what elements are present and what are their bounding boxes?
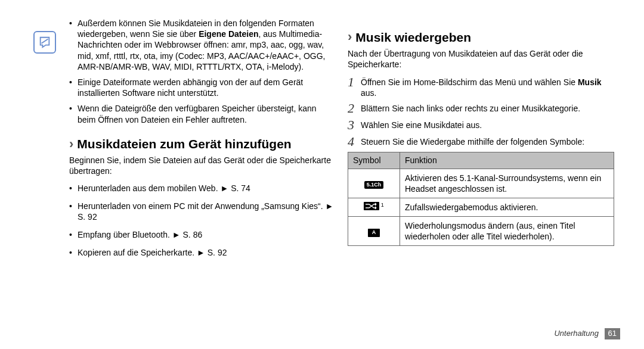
note-item: Wenn die Dateigröße den verfügbaren Spei…: [69, 103, 336, 124]
table-row: 5.1Ch Aktivieren des 5.1-Kanal-Surrounds…: [348, 169, 614, 198]
th-function: Funktion: [400, 152, 614, 169]
repeat-icon: A: [368, 229, 380, 237]
text: aus.: [361, 88, 376, 98]
section-title: Musikdateien zum Gerät hinzufügen: [77, 136, 291, 152]
step-text: Wählen Sie eine Musikdatei aus.: [361, 119, 614, 132]
step-number: 1: [348, 76, 361, 98]
step-text: Blättern Sie nach links oder rechts zu e…: [361, 102, 614, 115]
page-number: 61: [605, 328, 620, 339]
shuffle-icon: [364, 202, 379, 210]
cell-text: Wiederholungsmodus ändern (aus, einen Ti…: [400, 217, 614, 246]
step: 3 Wählen Sie eine Musikdatei aus.: [348, 119, 614, 132]
text: Öffnen Sie im Home-Bildschirm das Menü u…: [361, 77, 578, 87]
symbol-table: Symbol Funktion 5.1Ch Aktivieren des 5.1…: [348, 152, 614, 246]
bold: Eigene Dateien: [199, 29, 258, 39]
step-number: 3: [348, 119, 361, 132]
cell-text: Aktivieren des 5.1-Kanal-Surroundsystems…: [400, 169, 614, 198]
step-text: Öffnen Sie im Home-Bildschirm das Menü u…: [361, 76, 614, 98]
list-item: Kopieren auf die Speicherkarte. ► S. 92: [69, 247, 336, 258]
step-number: 4: [348, 135, 361, 148]
section-heading: › Musikdateien zum Gerät hinzufügen: [69, 136, 336, 153]
note-item: Außerdem können Sie Musikdateien in den …: [69, 18, 336, 72]
bold: Musik: [578, 77, 602, 87]
list-item: Herunterladen von einem PC mit der Anwen…: [69, 201, 336, 222]
section-heading: › Musik wiedergeben: [348, 29, 614, 46]
surround-icon: 5.1Ch: [364, 181, 384, 189]
cell-text: Zufallswiedergabemodus aktivieren.: [400, 198, 614, 216]
page-footer: Unterhaltung 61: [554, 328, 620, 339]
note-item: Einige Dateiformate werden abhängig von …: [69, 77, 336, 98]
paragraph: Beginnen Sie, indem Sie Dateien auf das …: [69, 155, 336, 176]
step-text: Steuern Sie die Wiedergabe mithilfe der …: [361, 135, 614, 148]
table-row: A Wiederholungsmodus ändern (aus, einen …: [348, 217, 614, 246]
note-list: Außerdem können Sie Musikdateien in den …: [69, 18, 336, 125]
chevron-right-icon: ›: [69, 136, 73, 153]
list-item: Herunterladen aus dem mobilen Web. ► S. …: [69, 183, 336, 194]
step: 1 Öffnen Sie im Home-Bildschirm das Menü…: [348, 76, 614, 98]
table-row: 1 Zufallswiedergabemodus aktivieren.: [348, 198, 614, 216]
step: 2 Blättern Sie nach links oder rechts zu…: [348, 102, 614, 115]
chevron-right-icon: ›: [348, 29, 352, 46]
step: 4 Steuern Sie die Wiedergabe mithilfe de…: [348, 135, 614, 148]
step-number: 2: [348, 102, 361, 115]
download-list: Herunterladen aus dem mobilen Web. ► S. …: [69, 183, 336, 258]
footer-section: Unterhaltung: [554, 329, 598, 338]
footnote-ref: 1: [379, 202, 384, 208]
th-symbol: Symbol: [348, 152, 400, 169]
section-title: Musik wiedergeben: [355, 29, 471, 45]
note-icon: [33, 31, 56, 54]
list-item: Empfang über Bluetooth. ► S. 86: [69, 229, 336, 240]
paragraph: Nach der Übertragung von Musikdateien au…: [348, 48, 614, 70]
